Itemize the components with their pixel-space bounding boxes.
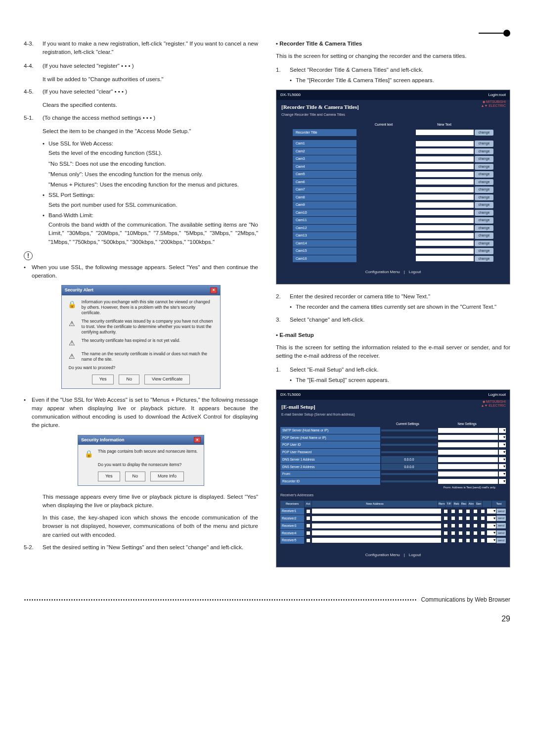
yes-button[interactable]: Yes	[92, 375, 114, 384]
dropdown[interactable]	[499, 479, 506, 484]
option-checkbox[interactable]	[465, 530, 472, 535]
change-button[interactable]: change	[475, 233, 493, 239]
change-button[interactable]: change	[475, 217, 493, 224]
send-button[interactable]: send	[496, 516, 506, 521]
option-checkbox[interactable]	[443, 516, 449, 521]
option-checkbox[interactable]	[443, 523, 449, 528]
new-text-input[interactable]	[416, 164, 474, 169]
new-text-input[interactable]	[416, 256, 474, 261]
option-checkbox[interactable]	[472, 530, 479, 535]
option-checkbox[interactable]	[472, 523, 479, 528]
option-checkbox[interactable]	[443, 509, 449, 514]
option-checkbox[interactable]	[457, 530, 464, 535]
address-input[interactable]	[312, 523, 441, 528]
new-value-input[interactable]	[438, 450, 498, 455]
change-button[interactable]: change	[475, 240, 493, 247]
option-checkbox[interactable]	[450, 538, 457, 543]
address-input[interactable]	[312, 538, 441, 543]
dropdown[interactable]	[499, 457, 506, 462]
option-checkbox[interactable]	[465, 509, 472, 514]
option-checkbox[interactable]	[480, 538, 487, 543]
new-text-input[interactable]	[416, 233, 474, 238]
dropdown[interactable]	[487, 538, 496, 543]
config-menu-link[interactable]: Configuration Menu	[365, 270, 400, 274]
send-button[interactable]: send	[496, 523, 506, 528]
new-text-input[interactable]	[416, 148, 474, 154]
new-text-input[interactable]	[416, 225, 474, 231]
new-value-input[interactable]	[438, 472, 498, 476]
option-checkbox[interactable]	[457, 538, 464, 543]
logout-link[interactable]: Logout	[409, 270, 421, 274]
change-button[interactable]: change	[475, 179, 493, 186]
dropdown[interactable]	[499, 472, 506, 476]
more-info-button[interactable]: More Info	[150, 472, 184, 481]
option-checkbox[interactable]	[480, 516, 487, 521]
active-checkbox[interactable]	[305, 523, 312, 528]
dropdown[interactable]	[487, 523, 496, 528]
option-checkbox[interactable]	[457, 509, 464, 514]
option-checkbox[interactable]	[480, 509, 487, 514]
option-checkbox[interactable]	[472, 516, 479, 521]
option-checkbox[interactable]	[443, 538, 449, 543]
option-checkbox[interactable]	[465, 538, 472, 543]
close-icon[interactable]: ×	[194, 437, 201, 443]
option-checkbox[interactable]	[450, 509, 457, 514]
change-button[interactable]: change	[475, 248, 493, 254]
option-checkbox[interactable]	[465, 516, 472, 521]
send-button[interactable]: send	[496, 509, 506, 514]
new-text-input[interactable]	[416, 172, 474, 177]
no-button[interactable]: No	[119, 375, 139, 384]
change-button[interactable]: change	[475, 225, 493, 232]
new-text-input[interactable]	[416, 248, 474, 254]
send-button[interactable]: send	[496, 530, 506, 536]
change-button[interactable]: change	[475, 210, 493, 216]
new-value-input[interactable]	[438, 428, 498, 433]
change-button[interactable]: change	[475, 187, 493, 193]
send-button[interactable]: send	[496, 538, 506, 543]
change-button[interactable]: change	[475, 194, 493, 201]
change-button[interactable]: change	[475, 156, 493, 162]
option-checkbox[interactable]	[480, 523, 487, 528]
active-checkbox[interactable]	[305, 509, 312, 514]
new-value-input[interactable]	[438, 457, 498, 462]
yes-button[interactable]: Yes	[98, 472, 120, 481]
dropdown[interactable]	[487, 516, 496, 521]
change-button[interactable]: change	[475, 141, 493, 147]
dropdown[interactable]	[499, 464, 506, 469]
dropdown[interactable]	[499, 435, 506, 440]
change-button[interactable]: change	[475, 130, 493, 136]
option-checkbox[interactable]	[450, 530, 457, 535]
active-checkbox[interactable]	[305, 516, 312, 521]
new-text-input[interactable]	[416, 210, 474, 215]
new-text-input[interactable]	[416, 187, 474, 192]
config-menu-link[interactable]: Configuration Menu	[365, 553, 400, 557]
option-checkbox[interactable]	[480, 530, 487, 535]
address-input[interactable]	[312, 516, 441, 521]
option-checkbox[interactable]	[472, 509, 479, 514]
option-checkbox[interactable]	[457, 516, 464, 521]
new-value-input[interactable]	[438, 435, 498, 440]
new-text-input[interactable]	[416, 179, 474, 185]
dropdown[interactable]	[499, 442, 506, 447]
new-text-input[interactable]	[416, 240, 474, 246]
dropdown[interactable]	[499, 450, 506, 455]
new-value-input[interactable]	[438, 442, 498, 447]
option-checkbox[interactable]	[450, 516, 457, 521]
new-value-input[interactable]	[438, 479, 498, 484]
address-input[interactable]	[312, 530, 441, 535]
new-text-input[interactable]	[416, 141, 474, 146]
no-button[interactable]: No	[125, 472, 146, 481]
active-checkbox[interactable]	[305, 538, 312, 543]
active-checkbox[interactable]	[305, 530, 312, 535]
change-button[interactable]: change	[475, 148, 493, 155]
close-icon[interactable]: ×	[210, 287, 217, 293]
dropdown[interactable]	[499, 428, 506, 433]
change-button[interactable]: change	[475, 164, 493, 170]
new-text-input[interactable]	[416, 130, 474, 135]
change-button[interactable]: change	[475, 256, 493, 262]
address-input[interactable]	[312, 509, 441, 514]
change-button[interactable]: change	[475, 202, 493, 208]
dropdown[interactable]	[487, 509, 496, 514]
option-checkbox[interactable]	[465, 523, 472, 528]
view-certificate-button[interactable]: View Certificate	[144, 375, 190, 384]
